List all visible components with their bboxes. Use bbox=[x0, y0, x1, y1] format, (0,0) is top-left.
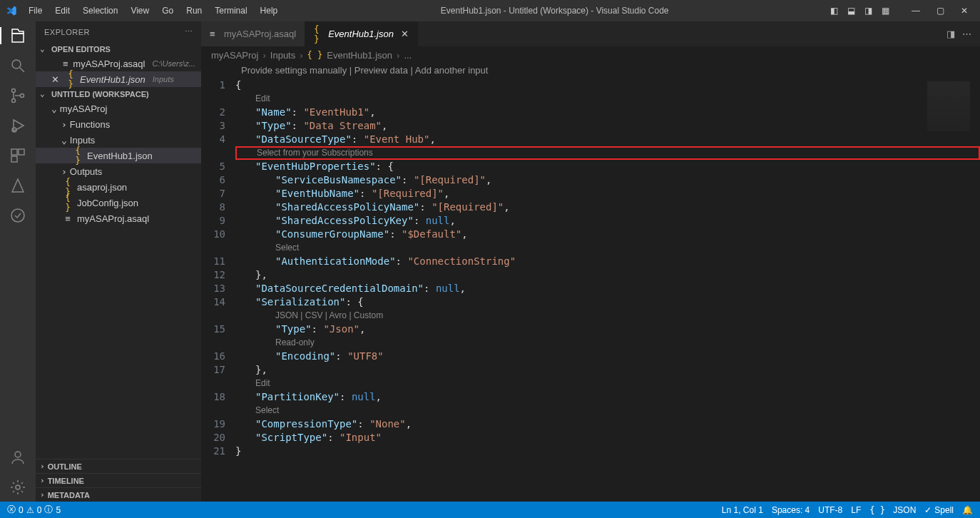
activity-bar bbox=[0, 21, 36, 502]
minimap[interactable] bbox=[927, 81, 970, 131]
svg-point-9 bbox=[11, 209, 24, 222]
workspace-header[interactable]: ⌄UNTITLED (WORKSPACE) bbox=[36, 87, 201, 101]
close-tab-icon[interactable]: ✕ bbox=[401, 29, 409, 39]
activity-azure[interactable] bbox=[0, 177, 36, 194]
explorer-sidebar: EXPLORER ⋯ ⌄OPEN EDITORS ≡ myASAProj.asa… bbox=[36, 21, 201, 502]
layout-toggle-left-icon[interactable]: ◧ bbox=[826, 6, 842, 16]
close-editor-icon[interactable]: ✕ bbox=[51, 74, 61, 85]
metadata-header[interactable]: ›METADATA bbox=[36, 487, 201, 502]
maximize-button[interactable]: ▢ bbox=[930, 3, 950, 19]
status-encoding[interactable]: UTF-8 bbox=[818, 505, 842, 515]
json-icon: { } bbox=[314, 24, 324, 44]
editor-name: EventHub1.json bbox=[80, 74, 146, 85]
explorer-more-icon[interactable]: ⋯ bbox=[185, 27, 193, 36]
folder-outputs[interactable]: ›Outputs bbox=[36, 163, 201, 179]
status-bar: ⓧ0 ⚠0 ⓘ5 Ln 1, Col 1 Spaces: 4 UTF-8 LF … bbox=[0, 502, 980, 518]
json-icon: { } bbox=[66, 69, 76, 89]
gutter: 1 234 5678910 11121314 15 1617 18 192021 bbox=[201, 78, 235, 502]
minimize-button[interactable]: — bbox=[906, 3, 926, 19]
more-actions-icon[interactable]: ⋯ bbox=[962, 29, 971, 39]
editor-hint: Inputs bbox=[153, 75, 174, 83]
layout-customize-icon[interactable]: ▦ bbox=[877, 6, 893, 16]
file-projasaql[interactable]: ≡myASAProj.asaql bbox=[36, 210, 201, 226]
menu-selection[interactable]: Selection bbox=[77, 3, 123, 19]
codelens-select-subscriptions[interactable]: Select from your Subscriptions bbox=[235, 146, 980, 160]
link-provide-settings[interactable]: Provide settings manually bbox=[241, 65, 347, 76]
file-eventhub[interactable]: { }EventHub1.json bbox=[36, 148, 201, 163]
codelens-edit-pk[interactable]: Edit bbox=[235, 377, 980, 390]
svg-point-4 bbox=[21, 94, 24, 98]
menu-run[interactable]: Run bbox=[180, 3, 208, 19]
tab-bar: ≡myASAProj.asaql { }EventHub1.json✕ ◨⋯ bbox=[201, 21, 980, 46]
activity-source-control[interactable] bbox=[0, 87, 36, 104]
info-icon: ⓘ bbox=[44, 504, 53, 516]
status-notifications-icon[interactable]: 🔔 bbox=[962, 505, 973, 515]
explorer-title: EXPLORER bbox=[44, 28, 90, 36]
activity-testing[interactable] bbox=[0, 207, 36, 224]
folder-root[interactable]: ⌄myASAProj bbox=[36, 101, 201, 116]
activity-accounts[interactable] bbox=[0, 449, 36, 466]
menu-edit[interactable]: Edit bbox=[49, 3, 76, 19]
status-problems[interactable]: ⓧ0 ⚠0 ⓘ5 bbox=[7, 504, 61, 516]
menu-file[interactable]: File bbox=[23, 3, 48, 19]
svg-rect-7 bbox=[19, 149, 24, 155]
close-window-button[interactable]: ✕ bbox=[954, 3, 974, 19]
vscode-logo bbox=[6, 5, 17, 16]
tab-asaql[interactable]: ≡myASAProj.asaql bbox=[201, 21, 305, 46]
activity-settings[interactable] bbox=[0, 479, 36, 496]
folder-functions[interactable]: ›Functions bbox=[36, 116, 201, 132]
editor-action-links: Provide settings manually | Preview data… bbox=[201, 64, 980, 78]
json-icon: { } bbox=[73, 146, 83, 166]
tab-eventhub[interactable]: { }EventHub1.json✕ bbox=[305, 21, 418, 46]
timeline-header[interactable]: ›TIMELINE bbox=[36, 473, 201, 487]
layout-toggle-bottom-icon[interactable]: ⬓ bbox=[843, 6, 859, 16]
editor-name: myASAProj.asaql bbox=[73, 59, 145, 69]
link-preview-data[interactable]: Preview data bbox=[354, 65, 408, 76]
status-spell[interactable]: ✓ Spell bbox=[924, 505, 954, 515]
code-editor[interactable]: 1 234 5678910 11121314 15 1617 18 192021… bbox=[201, 78, 980, 502]
activity-search[interactable] bbox=[0, 57, 36, 74]
file-icon: ≡ bbox=[210, 29, 220, 39]
folder-inputs[interactable]: ⌄Inputs bbox=[36, 132, 201, 148]
svg-point-11 bbox=[16, 485, 20, 489]
codelens-serialization[interactable]: JSON | CSV | Avro | Custom bbox=[235, 309, 980, 323]
status-indent[interactable]: Spaces: 4 bbox=[772, 505, 810, 515]
link-add-input[interactable]: Add another input bbox=[415, 65, 489, 76]
status-language[interactable]: { } JSON bbox=[869, 505, 916, 515]
main-menu: File Edit Selection View Go Run Terminal… bbox=[23, 3, 283, 19]
window-title: EventHub1.json - Untitled (Workspace) - … bbox=[283, 6, 826, 16]
svg-point-2 bbox=[12, 89, 16, 93]
menu-go[interactable]: Go bbox=[156, 3, 179, 19]
activity-explorer[interactable] bbox=[0, 27, 36, 44]
code-content[interactable]: { Edit "Name": "EventHub1", "Type": "Dat… bbox=[235, 78, 980, 502]
svg-rect-6 bbox=[11, 149, 17, 155]
status-eol[interactable]: LF bbox=[851, 505, 861, 515]
svg-line-1 bbox=[20, 68, 24, 72]
file-asaproj[interactable]: { }asaproj.json bbox=[36, 179, 201, 195]
codelens-select-ct[interactable]: Select bbox=[235, 404, 980, 417]
json-icon: { } bbox=[307, 50, 323, 60]
editor-area: ≡myASAProj.asaql { }EventHub1.json✕ ◨⋯ m… bbox=[201, 21, 980, 502]
svg-point-3 bbox=[12, 99, 16, 103]
activity-extensions[interactable] bbox=[0, 147, 36, 164]
json-icon: { } bbox=[63, 193, 73, 213]
file-jobconfig[interactable]: { }JobConfig.json bbox=[36, 195, 201, 210]
status-cursor[interactable]: Ln 1, Col 1 bbox=[722, 505, 763, 515]
breadcrumbs[interactable]: myASAProj› Inputs› { }EventHub1.json› ..… bbox=[201, 46, 980, 64]
codelens-edit[interactable]: Edit bbox=[235, 92, 980, 106]
title-bar: File Edit Selection View Go Run Terminal… bbox=[0, 0, 980, 21]
editor-hint: C:\Users\z... bbox=[152, 59, 195, 68]
codelens-select[interactable]: Select bbox=[235, 241, 980, 255]
menu-help[interactable]: Help bbox=[255, 3, 284, 19]
split-editor-icon[interactable]: ◨ bbox=[946, 29, 955, 39]
open-editors-header[interactable]: ⌄OPEN EDITORS bbox=[36, 42, 201, 56]
svg-rect-8 bbox=[11, 156, 17, 162]
outline-header[interactable]: ›OUTLINE bbox=[36, 459, 201, 473]
menu-view[interactable]: View bbox=[125, 3, 155, 19]
open-editor-asaql[interactable]: ≡ myASAProj.asaql C:\Users\z... bbox=[36, 56, 201, 71]
menu-terminal[interactable]: Terminal bbox=[209, 3, 252, 19]
activity-run-debug[interactable] bbox=[0, 117, 36, 134]
open-editor-eventhub[interactable]: ✕ { } EventHub1.json Inputs bbox=[36, 71, 201, 87]
error-icon: ⓧ bbox=[7, 504, 16, 516]
layout-toggle-right-icon[interactable]: ◨ bbox=[860, 6, 876, 16]
